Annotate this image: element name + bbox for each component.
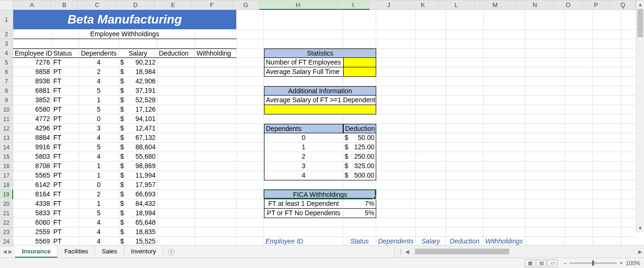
cell-M23[interactable]	[484, 227, 525, 237]
cell-M9[interactable]	[484, 96, 525, 105]
cell-Q13[interactable]	[621, 133, 636, 143]
cell-F13[interactable]	[195, 133, 237, 143]
cell-K8[interactable]	[416, 86, 446, 96]
cell-E6[interactable]	[157, 67, 195, 77]
cell-M4[interactable]	[484, 49, 525, 58]
cell-K18[interactable]	[416, 180, 446, 190]
sheet-tab-insurance[interactable]: Insurance	[15, 245, 58, 258]
cell-M11[interactable]	[484, 114, 525, 124]
cell-N23[interactable]	[525, 227, 565, 237]
stats-value[interactable]	[343, 58, 376, 67]
cell-P13[interactable]	[593, 133, 621, 143]
cell-Q4[interactable]	[621, 49, 636, 58]
column-headers[interactable]: ABCDEFGHIJKLMNOPQ	[13, 0, 636, 10]
cell-N9[interactable]	[525, 96, 565, 105]
cell-salary[interactable]: $18,994	[119, 209, 157, 218]
row-header-21[interactable]: 21	[0, 209, 13, 218]
tab-prev-icon[interactable]: ◀	[3, 249, 7, 255]
cell-K14[interactable]	[416, 143, 446, 152]
cell-J4[interactable]	[376, 49, 416, 58]
cell-E22[interactable]	[157, 218, 195, 227]
cell-Q17[interactable]	[621, 171, 636, 180]
cell-E9[interactable]	[157, 96, 195, 105]
cell-J6[interactable]	[376, 67, 416, 77]
cell-Q1[interactable]	[621, 10, 636, 30]
cell-status[interactable]: FT	[52, 77, 79, 86]
cell-J2[interactable]	[376, 30, 416, 39]
cell-salary[interactable]: $98,869	[119, 162, 157, 171]
cell-E20[interactable]	[157, 199, 195, 209]
cell-id[interactable]: 4772	[13, 114, 52, 124]
scroll-up-icon[interactable]: ▲	[636, 0, 644, 8]
scroll-right-icon[interactable]: ▶	[636, 248, 644, 256]
add-sheet-button[interactable]: +	[163, 245, 179, 258]
cell-L19[interactable]	[446, 190, 484, 199]
cell-M7[interactable]	[484, 77, 525, 86]
cell-O4[interactable]	[565, 49, 593, 58]
cell-I18[interactable]	[343, 180, 376, 190]
cell-N4[interactable]	[525, 49, 565, 58]
cell-J22[interactable]	[376, 218, 416, 227]
cell-P6[interactable]	[593, 67, 621, 77]
cell-E13[interactable]	[157, 133, 195, 143]
cell-status[interactable]: PT	[52, 105, 79, 114]
spreadsheet-grid[interactable]: ABCDEFGHIJKLMNOPQ 1234567891011121314151…	[0, 0, 644, 245]
cell-F16[interactable]	[195, 162, 237, 171]
cell-F12[interactable]	[195, 124, 237, 133]
cell-G24[interactable]	[237, 237, 264, 245]
col-header-C[interactable]: C	[78, 0, 116, 10]
cell-status[interactable]: FT	[52, 86, 79, 96]
cell-J9[interactable]	[376, 96, 416, 105]
cell-P8[interactable]	[593, 86, 621, 96]
row-header-13[interactable]: 13	[0, 133, 13, 143]
cell-dependents[interactable]: 4	[79, 218, 119, 227]
fica-val[interactable]: 5%	[343, 209, 376, 218]
cell-id[interactable]: 3852	[13, 96, 52, 105]
cell-A3[interactable]	[13, 39, 52, 49]
cell-J1[interactable]	[376, 10, 416, 30]
cell-G20[interactable]	[237, 199, 264, 209]
ded-dep[interactable]: 4	[264, 171, 343, 180]
cell-P23[interactable]	[593, 227, 621, 237]
ded-dep[interactable]: 2	[264, 152, 343, 162]
cell-F11[interactable]	[195, 114, 237, 124]
cell-I11[interactable]	[343, 114, 376, 124]
cell-status[interactable]: PT	[52, 67, 79, 77]
cell-L1[interactable]	[446, 10, 484, 30]
view-page-break-icon[interactable]: ▭	[547, 260, 558, 267]
cell-E14[interactable]	[157, 143, 195, 152]
cell-P9[interactable]	[593, 96, 621, 105]
cell-H3[interactable]	[264, 39, 343, 49]
cell-id[interactable]: 5833	[13, 209, 52, 218]
zoom-out-icon[interactable]: −	[563, 260, 567, 267]
cell-B3[interactable]	[52, 39, 79, 49]
cell-F20[interactable]	[195, 199, 237, 209]
tab-next-icon[interactable]: ▶	[8, 249, 12, 255]
cell-K6[interactable]	[416, 67, 446, 77]
cell-E18[interactable]	[157, 180, 195, 190]
cell-Q19[interactable]	[621, 190, 636, 199]
row-header-18[interactable]: 18	[0, 180, 13, 190]
cell-M5[interactable]	[484, 58, 525, 67]
cell-H2[interactable]	[264, 30, 343, 39]
cell-E19[interactable]	[157, 190, 195, 199]
cell-salary[interactable]: $18,835	[119, 227, 157, 237]
cell-Q7[interactable]	[621, 77, 636, 86]
cell-F21[interactable]	[195, 209, 237, 218]
cell-K3[interactable]	[416, 39, 446, 49]
cell-K4[interactable]	[416, 49, 446, 58]
cell-C3[interactable]	[79, 39, 119, 49]
cell-id[interactable]: 6142	[13, 180, 52, 190]
row-header-6[interactable]: 6	[0, 67, 13, 77]
row-header-24[interactable]: 24	[0, 237, 13, 246]
cell-P18[interactable]	[593, 180, 621, 190]
cell-status[interactable]: FT	[52, 96, 79, 105]
col-header-P[interactable]: P	[582, 0, 610, 10]
cell-id[interactable]: 6580	[13, 105, 52, 114]
cell-E7[interactable]	[157, 77, 195, 86]
cell-status[interactable]: PT	[52, 227, 79, 237]
cell-L16[interactable]	[446, 162, 484, 171]
cell-F24[interactable]	[195, 237, 237, 245]
scroll-down-icon[interactable]: ▼	[636, 224, 644, 232]
cell-id[interactable]: 9858	[13, 67, 52, 77]
